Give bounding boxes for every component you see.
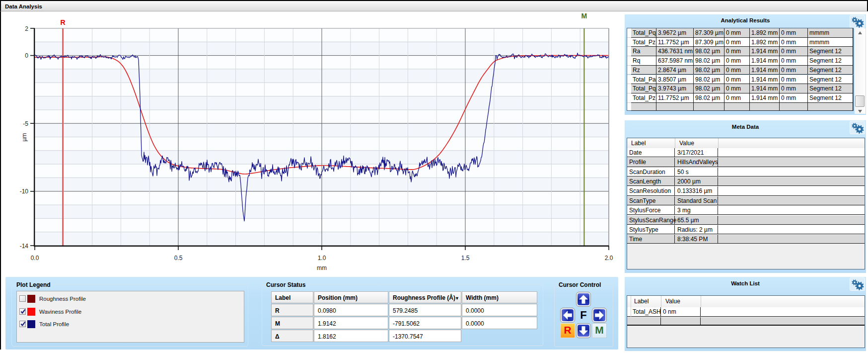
- svg-text:1.0: 1.0: [318, 255, 326, 262]
- svg-text:µm: µm: [21, 133, 28, 142]
- svg-text:-5: -5: [23, 120, 28, 127]
- svg-text:-14: -14: [20, 243, 29, 250]
- svg-text:1.5: 1.5: [461, 255, 470, 262]
- svg-text:mm: mm: [317, 265, 327, 271]
- svg-text:2.0: 2.0: [605, 255, 613, 262]
- svg-text:R: R: [61, 18, 66, 26]
- svg-text:M: M: [581, 12, 587, 20]
- svg-text:-10: -10: [20, 188, 29, 195]
- svg-text:0.5: 0.5: [174, 255, 183, 262]
- svg-text:2: 2: [25, 25, 28, 32]
- svg-text:0.0: 0.0: [31, 255, 39, 262]
- svg-text:0: 0: [25, 52, 28, 59]
